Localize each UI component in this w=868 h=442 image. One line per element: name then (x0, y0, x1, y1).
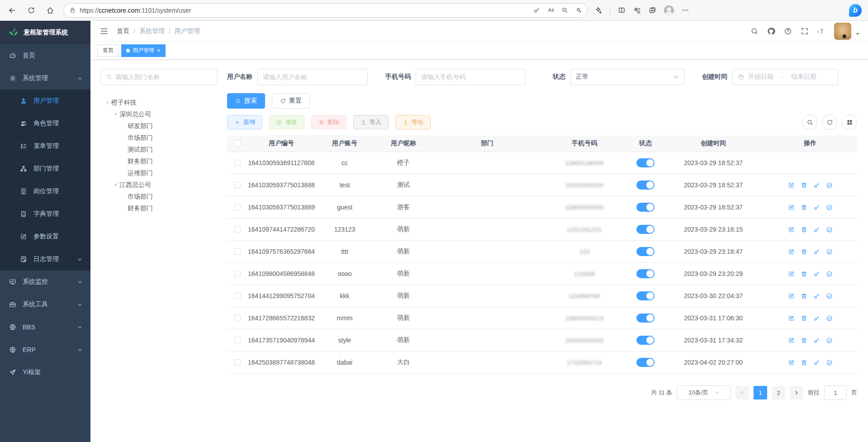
tree-node[interactable]: ▼深圳总公司 (100, 109, 218, 120)
split-screen-icon[interactable] (618, 6, 626, 14)
tree-node[interactable]: 市场部门 (100, 191, 218, 203)
prev-page-button[interactable] (735, 386, 749, 399)
assign-role-button[interactable] (826, 226, 833, 233)
workspaces-icon[interactable] (649, 6, 656, 14)
delete-row-button[interactable] (801, 359, 807, 366)
reset-password-button[interactable] (813, 315, 820, 322)
reset-password-button[interactable] (813, 182, 820, 189)
password-key-icon[interactable] (533, 7, 540, 14)
extensions-icon[interactable] (594, 6, 602, 14)
sidebar-item-system-manage[interactable]: 系统管理 (0, 67, 90, 90)
row-checkbox[interactable] (234, 271, 241, 277)
home-icon[interactable] (46, 6, 54, 14)
page-jumper-input[interactable] (824, 385, 847, 400)
tree-node[interactable]: 运维部门 (100, 167, 218, 179)
back-icon[interactable] (8, 6, 16, 14)
reset-password-button[interactable] (813, 271, 820, 277)
sidebar-item-bbs[interactable]: BBS (0, 316, 90, 338)
edit-row-button[interactable] (788, 182, 795, 189)
edit-button[interactable]: 修改 (269, 115, 304, 129)
sidebar-item-user-manage[interactable]: 用户管理 (0, 90, 90, 112)
tree-expand-icon[interactable]: ▼ (112, 183, 119, 187)
toggle-search-button[interactable] (802, 114, 817, 130)
reset-button[interactable]: 重置 (272, 93, 310, 109)
row-checkbox[interactable] (234, 182, 241, 188)
tree-expand-icon[interactable]: ▼ (104, 100, 111, 105)
edit-row-button[interactable] (788, 337, 795, 344)
tree-node[interactable]: 测试部门 (100, 144, 218, 156)
import-button[interactable]: 导入 (353, 115, 389, 129)
edit-row-button[interactable] (788, 226, 795, 233)
sidebar-item-yi-framework[interactable]: Yi框架 (0, 361, 90, 384)
column-settings-button[interactable] (842, 114, 857, 130)
tree-node[interactable]: ▼江西总公司 (100, 179, 218, 191)
delete-row-button[interactable] (801, 315, 807, 322)
assign-role-button[interactable] (826, 315, 833, 322)
assign-role-button[interactable] (826, 271, 833, 277)
status-toggle[interactable] (636, 203, 655, 212)
assign-role-button[interactable] (826, 359, 833, 366)
delete-row-button[interactable] (801, 248, 807, 255)
refresh-table-button[interactable] (822, 114, 837, 130)
tab-0[interactable]: 首页 (98, 44, 119, 57)
tree-node[interactable]: ▼橙子科技 (100, 97, 218, 109)
status-toggle[interactable] (636, 158, 655, 167)
row-checkbox[interactable] (234, 359, 241, 366)
sidebar-item-log-manage[interactable]: 日志管理 (0, 248, 90, 271)
page-size-select[interactable]: 10条/页 (677, 385, 731, 400)
add-button[interactable]: 新增 (227, 115, 262, 129)
status-toggle[interactable] (636, 247, 655, 256)
row-checkbox[interactable] (234, 226, 241, 233)
add-favorite-icon[interactable] (575, 7, 582, 14)
help-icon[interactable] (784, 27, 792, 35)
font-size-icon[interactable]: tT (817, 27, 825, 35)
fullscreen-icon[interactable] (801, 27, 809, 35)
assign-role-button[interactable] (826, 337, 833, 344)
sidebar-item-home[interactable]: 首页 (0, 44, 90, 67)
delete-button[interactable]: 删除 (311, 115, 346, 129)
delete-row-button[interactable] (801, 226, 807, 233)
sidebar-item-role-manage[interactable]: 角色管理 (0, 112, 90, 135)
edit-row-button[interactable] (788, 248, 795, 255)
sidebar-item-system-tools[interactable]: 系统工具 (0, 293, 90, 316)
edit-row-button[interactable] (788, 204, 795, 211)
dept-search-field[interactable] (115, 73, 212, 81)
status-toggle[interactable] (636, 181, 655, 190)
read-aloud-icon[interactable] (547, 7, 554, 14)
delete-row-button[interactable] (801, 204, 807, 211)
username-field[interactable] (263, 73, 362, 81)
page-button-2[interactable]: 2 (772, 386, 785, 399)
delete-row-button[interactable] (801, 271, 807, 277)
url-bar[interactable]: https://ccnetcore.com:1101/system/user (63, 3, 588, 18)
sidebar-item-system-monitor[interactable]: 系统监控 (0, 271, 90, 293)
sidebar-item-menu-manage[interactable]: 菜单管理 (0, 135, 90, 157)
dept-search-input[interactable] (100, 69, 218, 85)
status-toggle[interactable] (636, 225, 655, 234)
status-toggle[interactable] (636, 269, 655, 278)
row-checkbox[interactable] (234, 315, 241, 321)
sidebar-item-erp[interactable]: ERP (0, 338, 90, 361)
breadcrumb-system[interactable]: 系统管理 (139, 27, 165, 35)
edit-row-button[interactable] (788, 293, 795, 299)
assign-role-button[interactable] (826, 248, 833, 255)
row-checkbox[interactable] (234, 293, 241, 299)
tree-node[interactable]: 财务部门 (100, 203, 218, 214)
reset-password-button[interactable] (813, 337, 820, 344)
tab-close-icon[interactable]: × (157, 48, 161, 53)
tree-expand-icon[interactable]: ▼ (112, 112, 119, 117)
status-toggle[interactable] (636, 291, 655, 300)
status-toggle[interactable] (636, 358, 655, 367)
zoom-out-icon[interactable] (561, 7, 568, 14)
status-toggle[interactable] (636, 314, 655, 323)
assign-role-button[interactable] (826, 204, 833, 211)
user-avatar[interactable] (834, 23, 851, 40)
status-toggle[interactable] (636, 336, 655, 345)
reset-password-button[interactable] (813, 248, 820, 255)
phone-field[interactable] (421, 73, 520, 81)
app-logo[interactable]: 意框架管理系统 (0, 21, 90, 44)
edit-row-button[interactable] (788, 271, 795, 277)
tree-node[interactable]: 财务部门 (100, 156, 218, 167)
sidebar-item-dict-manage[interactable]: 字典管理 (0, 203, 90, 225)
copilot-icon[interactable]: b (849, 4, 862, 17)
browser-profile-avatar[interactable] (664, 5, 674, 15)
